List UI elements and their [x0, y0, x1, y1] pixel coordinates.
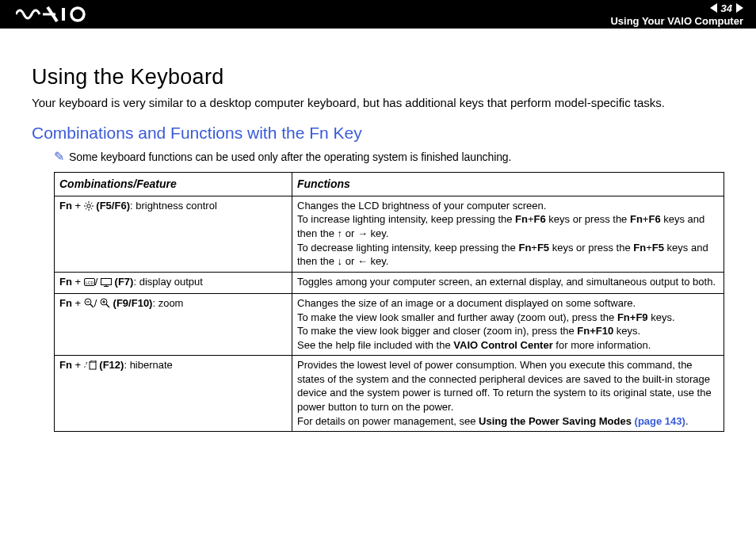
cell-combination: Fn + zz (F12): hibernate — [55, 356, 292, 432]
svg-rect-0 — [62, 8, 65, 21]
cell-combination: Fn + LCD / (F7): display output — [55, 272, 292, 294]
th-combination: Combinations/Feature — [55, 173, 292, 196]
cell-function: Toggles among your computer screen, an e… — [292, 272, 724, 294]
cell-combination: Fn + / (F9/F10): zoom — [55, 294, 292, 356]
svg-point-1 — [71, 8, 84, 21]
svg-rect-25 — [90, 362, 96, 369]
svg-text:LCD: LCD — [86, 280, 94, 284]
svg-line-10 — [91, 203, 92, 204]
header-bar: 34 Using Your VAIO Computer — [0, 0, 756, 29]
intro-text: Your keyboard is very similar to a deskt… — [32, 96, 724, 109]
fn-key-table: Combinations/Feature Functions Fn + (F5/… — [54, 172, 724, 432]
svg-text:z: z — [84, 364, 86, 368]
zoom-in-icon — [100, 298, 110, 312]
cell-function: Changes the LCD brightness of your compu… — [292, 196, 724, 272]
vaio-logo — [16, 6, 89, 22]
th-function: Functions — [292, 173, 724, 196]
section-label: Using Your VAIO Computer — [610, 15, 743, 27]
svg-line-9 — [86, 208, 86, 209]
note-row: ✎ Some keyboard functions can be used on… — [54, 151, 724, 164]
prev-page-icon[interactable] — [710, 3, 717, 13]
content-area: Using the Keyboard Your keyboard is very… — [0, 29, 756, 432]
svg-line-8 — [91, 208, 92, 209]
svg-line-20 — [106, 304, 109, 307]
table-row: Fn + zz (F12): hibernate Provides the lo… — [55, 356, 724, 432]
cell-combination: Fn + (F5/F6): brightness control — [55, 196, 292, 272]
svg-rect-13 — [101, 278, 111, 284]
hibernate-icon: zz — [84, 360, 97, 374]
page-link[interactable]: (page 143) — [635, 415, 685, 427]
svg-point-2 — [87, 204, 90, 208]
right-arrow-icon: → — [357, 227, 368, 239]
left-arrow-icon: ← — [357, 255, 368, 267]
lcd-icon: LCD — [84, 277, 95, 291]
cell-function: Changes the size of an image or a docume… — [292, 294, 724, 356]
svg-line-17 — [90, 304, 94, 307]
zoom-out-icon — [84, 298, 94, 312]
table-row: Fn + / (F9/F10): zoom Changes the size o… — [55, 294, 724, 356]
table-row: Fn + LCD / (F7): display output Toggles … — [55, 272, 724, 294]
note-text: Some keyboard functions can be used only… — [69, 151, 511, 163]
svg-text:z: z — [86, 360, 88, 365]
pencil-icon: ✎ — [54, 149, 64, 164]
next-page-icon[interactable] — [736, 3, 743, 13]
cell-function: Provides the lowest level of power consu… — [292, 356, 724, 432]
page-title: Using the Keyboard — [32, 65, 724, 90]
table-row: Fn + (F5/F6): brightness control Changes… — [55, 196, 724, 272]
header-right: 34 Using Your VAIO Computer — [610, 2, 748, 27]
page-navigator: 34 — [710, 2, 743, 14]
brightness-icon — [84, 200, 94, 215]
svg-line-7 — [86, 203, 86, 204]
page-number: 34 — [720, 2, 734, 14]
external-display-icon — [101, 277, 112, 291]
section-subhead: Combinations and Functions with the Fn K… — [32, 124, 724, 143]
